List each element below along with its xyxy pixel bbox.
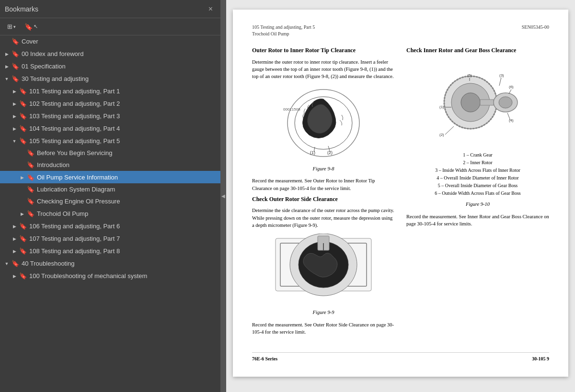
tree-item-introduction[interactable]: 🔖Introduction bbox=[0, 159, 220, 171]
legend-item: 4 – Overall Inside Diameter of Inner Rot… bbox=[406, 174, 549, 182]
tree-item-101-part1[interactable]: 🔖101 Testing and adjusting, Part 1 bbox=[0, 85, 220, 97]
tree-item-lub-diagram[interactable]: 🔖Lubrication System Diagram bbox=[0, 183, 220, 195]
bookmark-icon-30-testing: 🔖 bbox=[12, 75, 19, 82]
legend-item: 5 – Overall Inside Diameter of Gear Boss bbox=[406, 182, 549, 190]
expand-icon-106-part6[interactable] bbox=[11, 222, 18, 230]
tree-item-before-servicing[interactable]: 🔖Before You Begin Servicing bbox=[0, 147, 220, 159]
tree-item-label-00-index: 00 Index and foreword bbox=[22, 50, 83, 57]
sidebar-toolbar: ⊞ ▾ 🔖 ↖ bbox=[0, 18, 220, 35]
fig10-note: Record the measurement. See Inner Rotor … bbox=[406, 213, 549, 227]
expand-icon-00-index[interactable] bbox=[3, 50, 11, 57]
tree-item-label-106-part6: 106 Testing and adjusting, Part 6 bbox=[29, 223, 120, 230]
figure-9-8-svg: (1) (2) 00011508 bbox=[280, 85, 367, 161]
expand-icon-108-part8[interactable] bbox=[11, 247, 18, 255]
expand-icon-107-part7[interactable] bbox=[11, 235, 18, 242]
legend-item: 3 – Inside Width Across Flats of Inner R… bbox=[406, 167, 549, 174]
bookmark-icon-before-servicing: 🔖 bbox=[27, 149, 34, 157]
tree-item-104-part4[interactable]: 🔖104 Testing and adjusting, Part 4 bbox=[0, 122, 220, 134]
tree-item-trochoid[interactable]: 🔖Trochoid Oil Pump bbox=[0, 207, 220, 220]
collapse-panel-handle[interactable]: ◀ bbox=[220, 0, 226, 392]
bookmark-icon-trochoid: 🔖 bbox=[27, 210, 34, 217]
bookmark-icon-lub-diagram: 🔖 bbox=[27, 186, 34, 193]
svg-point-18 bbox=[499, 97, 512, 108]
svg-text:(3): (3) bbox=[499, 73, 504, 78]
fig8-note: Record the measurement. See Outer Rotor … bbox=[252, 177, 395, 191]
bookmarks-tree: 🔖Cover🔖00 Index and foreword🔖01 Specific… bbox=[0, 35, 220, 392]
header-part-label: 105 Testing and adjusting, Part 5 bbox=[252, 24, 315, 31]
grid-icon: ⊞ bbox=[7, 23, 12, 30]
tree-item-108-part8[interactable]: 🔖108 Testing and adjusting, Part 8 bbox=[0, 245, 220, 257]
section2-title: Check Inner Rotor and Gear Boss Clearanc… bbox=[406, 47, 549, 55]
tree-item-oil-pump[interactable]: 🔖Oil Pump Service Information bbox=[0, 171, 220, 183]
bookmarks-panel: Bookmarks × ⊞ ▾ 🔖 ↖ 🔖Cover🔖00 Index and … bbox=[0, 0, 220, 392]
section3-body: Determine the side clearance of the oute… bbox=[252, 207, 395, 229]
section1-body: Determine the outer rotor to inner rotor… bbox=[252, 58, 395, 80]
bookmark-icon-103-part3: 🔖 bbox=[19, 112, 27, 120]
footer-series-label: 76E-6 Series bbox=[252, 356, 277, 362]
tree-item-label-100-mechanical: 100 Troubleshooting of mechanical system bbox=[29, 272, 147, 280]
tree-item-label-40-troubleshoot: 40 Troubleshooting bbox=[22, 260, 75, 267]
svg-text:(6): (6) bbox=[509, 85, 514, 89]
expand-icon-trochoid[interactable] bbox=[18, 210, 26, 217]
tree-item-00-index[interactable]: 🔖00 Index and foreword bbox=[0, 47, 220, 60]
svg-line-23 bbox=[499, 78, 501, 86]
bookmark-icon-101-part1: 🔖 bbox=[19, 88, 27, 95]
tree-item-100-mechanical[interactable]: 🔖100 Troubleshooting of mechanical syste… bbox=[0, 269, 220, 282]
expand-icon-oil-pump[interactable] bbox=[18, 173, 26, 181]
tree-item-check-oil[interactable]: 🔖Checking Engine Oil Pressure bbox=[0, 195, 220, 207]
expand-icon-30-testing[interactable] bbox=[3, 75, 11, 82]
expand-icon-40-troubleshoot[interactable] bbox=[3, 259, 11, 267]
tree-item-107-part7[interactable]: 🔖107 Testing and adjusting, Part 7 bbox=[0, 232, 220, 245]
sidebar-header: Bookmarks × bbox=[0, 0, 220, 18]
bookmark-icon-100-mechanical: 🔖 bbox=[19, 272, 27, 280]
tree-item-102-part2[interactable]: 🔖102 Testing and adjusting, Part 2 bbox=[0, 97, 220, 110]
header-section-label: Trochoid Oil Pump bbox=[252, 31, 315, 37]
bookmark-icon-108-part8: 🔖 bbox=[19, 247, 27, 255]
expand-icon-01-spec[interactable] bbox=[3, 62, 11, 70]
legend-item: 1 – Crank Gear bbox=[406, 151, 549, 159]
page-footer: 76E-6 Series 30-105 9 bbox=[252, 352, 549, 362]
bookmark-search-button[interactable]: 🔖 ↖ bbox=[21, 21, 41, 33]
expand-icon-103-part3[interactable] bbox=[11, 112, 18, 120]
bookmark-icon-01-spec: 🔖 bbox=[12, 63, 19, 70]
bookmark-search-icon: 🔖 bbox=[24, 23, 33, 31]
svg-text:(1): (1) bbox=[310, 150, 315, 155]
tree-item-label-108-part8: 108 Testing and adjusting, Part 8 bbox=[29, 247, 120, 255]
document-viewer[interactable]: 105 Testing and adjusting, Part 5 Trocho… bbox=[226, 0, 575, 392]
tree-item-label-107-part7: 107 Testing and adjusting, Part 7 bbox=[29, 235, 120, 242]
expand-icon-102-part2[interactable] bbox=[11, 100, 18, 107]
svg-text:(5): (5) bbox=[467, 73, 472, 78]
bookmark-icon-106-part6: 🔖 bbox=[19, 223, 27, 230]
tree-item-01-spec[interactable]: 🔖01 Specification bbox=[0, 60, 220, 72]
legend-item: 6 – Outside Width Across Flats of Gear B… bbox=[406, 190, 549, 197]
tree-item-label-104-part4: 104 Testing and adjusting, Part 4 bbox=[29, 125, 120, 132]
bookmark-icon-introduction: 🔖 bbox=[27, 161, 34, 168]
cursor-icon: ↖ bbox=[34, 23, 38, 30]
header-left: 105 Testing and adjusting, Part 5 Trocho… bbox=[252, 24, 315, 37]
fig9-caption: Figure 9-9 bbox=[252, 309, 395, 316]
tree-item-106-part6[interactable]: 🔖106 Testing and adjusting, Part 6 bbox=[0, 220, 220, 232]
grid-view-button[interactable]: ⊞ ▾ bbox=[4, 21, 19, 32]
tree-item-105-part5[interactable]: 🔖105 Testing and adjusting, Part 5 bbox=[0, 134, 220, 147]
figure-9-9-svg bbox=[266, 234, 381, 305]
page-content: 105 Testing and adjusting, Part 5 Trocho… bbox=[233, 10, 568, 377]
tree-item-40-troubleshoot[interactable]: 🔖40 Troubleshooting bbox=[0, 257, 220, 269]
sidebar-title: Bookmarks bbox=[5, 5, 38, 13]
close-sidebar-button[interactable]: × bbox=[206, 4, 216, 14]
tree-item-103-part3[interactable]: 🔖103 Testing and adjusting, Part 3 bbox=[0, 110, 220, 122]
svg-text:(1): (1) bbox=[439, 105, 444, 109]
tree-item-label-01-spec: 01 Specification bbox=[22, 63, 66, 70]
tree-item-label-cover: Cover bbox=[22, 38, 38, 45]
expand-icon-100-mechanical[interactable] bbox=[11, 272, 18, 280]
dropdown-arrow-icon: ▾ bbox=[13, 24, 16, 29]
expand-icon-104-part4[interactable] bbox=[11, 124, 18, 132]
fig10-caption: Figure 9-10 bbox=[406, 201, 549, 208]
fig9-note: Record the measurement. See Outer Rotor … bbox=[252, 321, 395, 336]
figure-9-10-svg: (5) (3) (1) (6) (2) bbox=[435, 59, 521, 146]
tree-item-30-testing[interactable]: 🔖30 Testing and adjusting bbox=[0, 72, 220, 85]
expand-icon-105-part5[interactable] bbox=[11, 137, 18, 145]
expand-icon-101-part1[interactable] bbox=[11, 87, 18, 95]
bookmark-icon-104-part4: 🔖 bbox=[19, 125, 27, 132]
tree-item-cover[interactable]: 🔖Cover bbox=[0, 35, 220, 47]
figure-9-9-container: Figure 9-9 bbox=[252, 234, 395, 316]
